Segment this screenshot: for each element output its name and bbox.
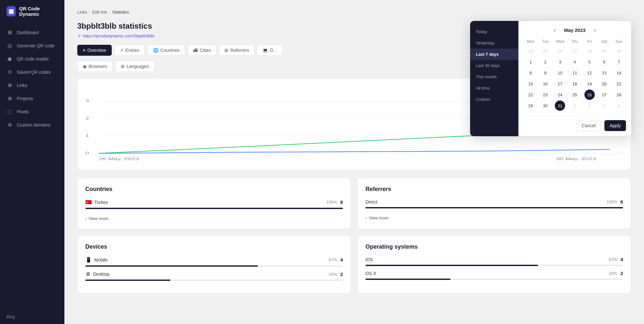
- datepicker-presets: Today Yesterday Last 7 days Last 30 days…: [470, 21, 518, 136]
- breadcrumb-links[interactable]: Links: [77, 10, 87, 14]
- sidebar-item-projects[interactable]: ⊕ Projects: [0, 92, 64, 105]
- tab-overview[interactable]: ≡ Overview: [77, 45, 112, 56]
- day-30[interactable]: 30: [540, 100, 551, 111]
- day-7[interactable]: 7: [614, 57, 624, 67]
- breadcrumb-edit-link[interactable]: Edit link: [92, 10, 107, 14]
- preset-yesterday[interactable]: Yesterday: [470, 37, 518, 49]
- day-w1-wed[interactable]: 26: [555, 46, 565, 56]
- sidebar-item-qr-reader[interactable]: ◉ QR code reader: [0, 52, 64, 65]
- os-name-ios: iOS: [365, 257, 373, 262]
- day-w6-sat[interactable]: 3: [599, 100, 609, 111]
- day-w1-fri[interactable]: 28: [584, 46, 595, 56]
- generate-icon: ◎: [6, 43, 13, 49]
- device-row-desktop: 🖥 Desktop 33% 2: [85, 271, 343, 277]
- preset-alltime[interactable]: All time: [470, 82, 518, 94]
- sidebar-item-dashboard[interactable]: ⊞ Dashboard: [0, 26, 64, 39]
- flag-turkey: 🇹🇷: [85, 199, 92, 205]
- svg-text:30 May, 2023: 30 May, 2023: [556, 157, 596, 161]
- device-pct-desktop: 33%: [329, 272, 337, 277]
- day-w6-sun[interactable]: 4: [614, 100, 624, 111]
- projects-icon: ⊕: [6, 95, 13, 101]
- day-12[interactable]: 12: [584, 68, 595, 78]
- day-23[interactable]: 23: [540, 90, 551, 100]
- day-15[interactable]: 15: [526, 79, 536, 89]
- day-header-wed: Wed: [553, 38, 567, 45]
- tab-entries[interactable]: ↗ Entries: [114, 45, 145, 56]
- day-9[interactable]: 9: [540, 68, 551, 78]
- day-13[interactable]: 13: [599, 68, 609, 78]
- sidebar-item-saved-qr[interactable]: ⊙ Saved QR codes: [0, 65, 64, 79]
- day-10[interactable]: 10: [555, 68, 565, 78]
- day-22[interactable]: 22: [526, 90, 536, 100]
- tab-browsers[interactable]: ◉ Browsers: [77, 61, 113, 72]
- countries-view-more[interactable]: › View more: [85, 214, 343, 221]
- day-3[interactable]: 3: [555, 57, 565, 67]
- day-17[interactable]: 17: [555, 79, 565, 89]
- day-w1-mon[interactable]: 24: [526, 46, 536, 56]
- preset-thismonth[interactable]: This month: [470, 71, 518, 82]
- day-6[interactable]: 6: [599, 57, 609, 67]
- blog-link[interactable]: Blog: [0, 310, 64, 324]
- day-w6-thu[interactable]: 1: [570, 100, 580, 111]
- datepicker-cancel-button[interactable]: Cancel: [576, 120, 601, 131]
- day-w6-fri[interactable]: 2: [584, 100, 595, 111]
- day-5[interactable]: 5: [584, 57, 595, 67]
- day-header-sun: Sun: [612, 38, 626, 45]
- day-4[interactable]: 4: [570, 57, 580, 67]
- day-header-mon: Mon: [524, 38, 538, 45]
- day-31[interactable]: 31: [555, 100, 565, 111]
- day-28[interactable]: 28: [614, 90, 624, 100]
- preset-last7[interactable]: Last 7 days: [470, 49, 518, 60]
- app-logo[interactable]: ▦ QR Code Dynamic: [0, 0, 64, 23]
- day-w1-thu[interactable]: 27: [570, 46, 580, 56]
- os-bar-container-ios: [365, 265, 623, 266]
- day-19[interactable]: 19: [584, 79, 595, 89]
- day-27[interactable]: 27: [599, 90, 609, 100]
- tab-referrers[interactable]: ⊞ Referrers: [219, 45, 254, 56]
- day-21[interactable]: 21: [614, 79, 624, 89]
- day-1[interactable]: 1: [526, 57, 536, 67]
- day-29[interactable]: 29: [526, 100, 536, 111]
- next-month-button[interactable]: ›: [592, 26, 598, 34]
- month-title: May 2023: [564, 27, 586, 33]
- prev-month-button[interactable]: ‹: [552, 26, 558, 34]
- day-w1-sat[interactable]: 29: [599, 46, 609, 56]
- day-18[interactable]: 18: [570, 79, 580, 89]
- sidebar-item-pixels[interactable]: ◌ Pixels: [0, 105, 64, 118]
- preset-custom[interactable]: Custom: [470, 94, 518, 105]
- day-26[interactable]: 26: [584, 90, 595, 100]
- tab-devices[interactable]: 💻 D...: [257, 45, 282, 56]
- day-16[interactable]: 16: [540, 79, 551, 89]
- tab-countries-label: Countries: [160, 48, 180, 53]
- datepicker-apply-button[interactable]: Apply: [604, 120, 626, 131]
- os-name-osx: OS X: [365, 271, 376, 276]
- preset-last30[interactable]: Last 30 days: [470, 60, 518, 71]
- tab-countries[interactable]: 🌐 Countries: [147, 45, 185, 56]
- day-w1-sun[interactable]: 30: [614, 46, 624, 56]
- main-content: Links › Edit link › Statistics 3bpblt3bl…: [64, 0, 644, 324]
- sidebar-item-generate[interactable]: ◎ Generate QR code: [0, 39, 64, 52]
- day-8[interactable]: 8: [526, 68, 536, 78]
- day-14[interactable]: 14: [614, 68, 624, 78]
- day-2[interactable]: 2: [540, 57, 551, 67]
- os-bar-osx: [365, 279, 450, 280]
- os-value-ios: 4: [620, 257, 623, 262]
- day-25[interactable]: 25: [570, 90, 580, 100]
- sidebar-item-custom-domains[interactable]: ⊛ Custom domains: [0, 118, 64, 131]
- device-pct-mobile: 67%: [329, 257, 337, 262]
- day-20[interactable]: 20: [599, 79, 609, 89]
- tab-languages[interactable]: ⊞ Languages: [115, 61, 154, 72]
- datepicker-popup: Today Yesterday Last 7 days Last 30 days…: [470, 21, 631, 136]
- custom-domains-icon: ⊛: [6, 122, 13, 128]
- day-w1-tue[interactable]: 25: [540, 46, 551, 56]
- referrers-card: Referrers Direct 100% 6 › View more: [357, 178, 631, 229]
- preset-today[interactable]: Today: [470, 26, 518, 37]
- device-value-desktop: 2: [340, 272, 343, 277]
- tab-cities[interactable]: 🏙 Cities: [188, 45, 216, 56]
- os-row-ios: iOS 67% 4: [365, 257, 623, 262]
- referrers-view-more[interactable]: › View more: [365, 213, 623, 220]
- day-11[interactable]: 11: [570, 68, 580, 78]
- page-url: https://qrcodedynamic.com/3bpblt3blb/: [83, 33, 155, 38]
- sidebar-item-links[interactable]: ⊗ Links: [0, 79, 64, 92]
- day-24[interactable]: 24: [555, 90, 565, 100]
